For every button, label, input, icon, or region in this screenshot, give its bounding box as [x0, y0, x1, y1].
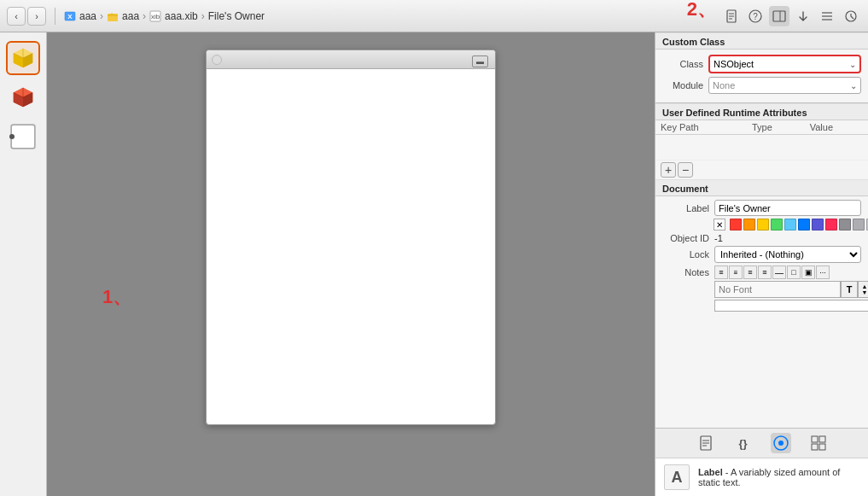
nav-forward-button[interactable]: › — [27, 7, 46, 26]
bottom-doc-tab[interactable] — [696, 433, 716, 453]
color-lightblue[interactable] — [784, 219, 796, 230]
class-select[interactable]: NSObject ⌄ — [708, 55, 861, 73]
breadcrumb-label-2: aaa — [122, 10, 139, 22]
lock-select[interactable]: Inherited - (Nothing) — [714, 246, 861, 263]
font-t-button[interactable]: T — [841, 281, 858, 298]
annotation-1-label: 1、 — [102, 284, 131, 310]
notes-more[interactable]: ··· — [816, 266, 830, 279]
cube-yellow-wrapper — [6, 41, 40, 75]
color-red[interactable] — [730, 219, 742, 230]
desc-bold-label: Label — [698, 467, 723, 477]
notes-align-center[interactable]: ≡ — [729, 266, 743, 279]
toolbar-separator — [55, 8, 55, 25]
canvas-area[interactable]: 1、 3、选择此xib所属的类 ▬ — [47, 32, 655, 496]
notes-align-justify[interactable]: ≡ — [758, 266, 772, 279]
module-field-row: Module None ⌄ — [662, 77, 861, 94]
right-panel-top: Custom Class Class NSObject ⌄ Module Non… — [655, 32, 868, 428]
color-swatches: ✕ — [714, 219, 868, 230]
color-gray1[interactable] — [839, 219, 851, 230]
window-close-btn[interactable] — [212, 55, 222, 65]
xib-window-titlebar: ▬ — [207, 50, 495, 69]
runtime-attrs-title: User Defined Runtime Attributes — [655, 103, 868, 120]
color-pink[interactable] — [825, 219, 837, 230]
window-battery-icon: ▬ — [472, 55, 488, 67]
class-select-value: NSObject — [714, 59, 754, 69]
nav-back-button[interactable]: ‹ — [7, 7, 26, 26]
custom-class-section: Class NSObject ⌄ Module None ⌄ — [655, 50, 868, 103]
cube-yellow-item[interactable] — [6, 41, 40, 75]
bottom-code-tab[interactable]: {} — [733, 433, 754, 453]
bottom-tabs: {} — [655, 428, 868, 458]
color-yellow[interactable] — [757, 219, 769, 230]
breadcrumb: X aaa › aaa › xib aaa.xib › File's Owner — [64, 10, 265, 22]
toolbar-doc-button[interactable] — [721, 6, 742, 26]
color-clear-btn[interactable]: ✕ — [714, 219, 725, 230]
notes-dash[interactable]: — — [772, 266, 786, 279]
notes-box-2[interactable]: ▣ — [801, 266, 815, 279]
svg-rect-40 — [819, 436, 825, 442]
desc-icon: A — [664, 464, 690, 490]
breadcrumb-label-3: aaa.xib — [165, 10, 198, 22]
add-attr-button[interactable]: + — [661, 162, 676, 178]
bottom-circle-tab[interactable] — [771, 433, 791, 453]
document-title: Document — [655, 179, 868, 196]
svg-text:xib: xib — [151, 13, 160, 20]
col-value: Value — [805, 120, 868, 135]
svg-rect-32 — [11, 125, 35, 149]
breadcrumb-item-2[interactable]: aaa — [107, 10, 139, 22]
doc-label-label: Label — [662, 203, 709, 213]
color-orange[interactable] — [743, 219, 755, 230]
class-field-row: Class NSObject ⌄ — [662, 55, 861, 73]
notes-align-right[interactable]: ≡ — [743, 266, 757, 279]
color-gray2[interactable] — [853, 219, 865, 230]
font-stepper[interactable]: ▲ ▼ — [858, 281, 868, 298]
toolbar-right: 2、 ? — [689, 3, 861, 29]
color-purple[interactable] — [812, 219, 824, 230]
object-id-row: Object ID -1 — [662, 233, 861, 243]
object-id-value: -1 — [714, 233, 723, 243]
color-blue[interactable] — [798, 219, 810, 230]
toolbar: ‹ › X aaa › aaa › xib aaa.xib › File's O… — [0, 0, 868, 32]
svg-text:X: X — [67, 13, 73, 20]
dot-indicator — [9, 134, 15, 139]
col-keypath: Key Path — [655, 120, 747, 135]
breadcrumb-item-1[interactable]: X aaa — [64, 10, 96, 22]
toolbar-circle-button[interactable] — [841, 6, 861, 26]
svg-rect-39 — [812, 436, 818, 442]
remove-attr-button[interactable]: − — [678, 162, 693, 178]
toolbar-lines-button[interactable] — [817, 6, 837, 26]
module-field-label: Module — [662, 80, 703, 90]
doc-label-input[interactable] — [714, 200, 861, 216]
notes-row: Notes ≡ ≡ ≡ ≡ — □ ▣ ··· — [662, 266, 861, 312]
lock-label: Lock — [662, 249, 709, 260]
notes-align-left[interactable]: ≡ — [714, 266, 728, 279]
color-box[interactable] — [714, 300, 868, 312]
font-input[interactable] — [714, 281, 841, 298]
annotation-2-label: 2、 — [687, 0, 716, 22]
svg-rect-42 — [819, 444, 825, 450]
main-area: 1、 3、选择此xib所属的类 ▬ Custom Class Class NSO… — [0, 32, 868, 496]
notes-label: Notes — [662, 267, 709, 277]
view-item-wrapper — [6, 120, 40, 154]
toolbar-help-button[interactable]: ? — [745, 6, 766, 26]
module-select[interactable]: None ⌄ — [708, 77, 861, 94]
cube-red-wrapper — [6, 80, 40, 114]
bottom-grid-tab[interactable] — [808, 433, 829, 453]
svg-rect-41 — [812, 444, 818, 450]
cube-red-item[interactable] — [6, 80, 40, 114]
color-green[interactable] — [771, 219, 783, 230]
class-select-arrow: ⌄ — [849, 60, 856, 69]
breadcrumb-label-4: File's Owner — [208, 10, 265, 22]
toolbar-arrow-button[interactable] — [793, 6, 813, 26]
toolbar-nav: ‹ › — [7, 7, 46, 26]
svg-text:?: ? — [753, 12, 758, 21]
breadcrumb-item-4[interactable]: File's Owner — [208, 10, 265, 22]
right-panel: Custom Class Class NSObject ⌄ Module Non… — [655, 32, 868, 496]
notes-tools: ≡ ≡ ≡ ≡ — □ ▣ ··· T — [714, 266, 868, 312]
breadcrumb-item-3[interactable]: xib aaa.xib — [149, 10, 198, 22]
notes-box-1[interactable]: □ — [787, 266, 801, 279]
toolbar-inspector-button[interactable] — [769, 6, 789, 26]
module-select-arrow: ⌄ — [850, 81, 857, 90]
document-section: Label ✕ — [655, 196, 868, 319]
col-type: Type — [747, 120, 805, 135]
